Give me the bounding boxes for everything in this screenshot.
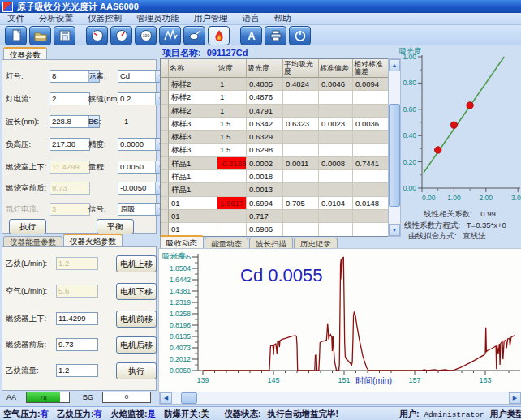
- flame-control-button[interactable]: [208, 26, 230, 45]
- row-selector-cell[interactable]: [161, 91, 169, 104]
- table-cell: 0.4791: [247, 105, 283, 118]
- row-selector-cell[interactable]: [161, 183, 169, 196]
- param-field-0-right[interactable]: Cd▼: [118, 70, 166, 83]
- menu-item-2[interactable]: 仪器控制: [80, 13, 129, 24]
- instrument-param-row-4: 燃烧室上下:11.4299量程:0.0050▼: [2, 161, 156, 175]
- new-file-button[interactable]: [5, 26, 27, 45]
- table-cell: [217, 183, 247, 196]
- scroll-right-arrow-icon[interactable]: ▶: [509, 392, 521, 404]
- table-row[interactable]: 标样210.4876: [161, 91, 389, 104]
- svg-text:145: 145: [267, 376, 279, 384]
- svg-text:0.80: 0.80: [403, 79, 416, 87]
- table-cell: 0.0008: [319, 157, 353, 170]
- param-field-4-right[interactable]: 0.0050▼: [118, 161, 166, 174]
- balance-button[interactable]: 平衡: [97, 219, 134, 234]
- row-selector-cell[interactable]: [161, 131, 169, 144]
- svg-text:0.6135: 0.6135: [170, 332, 191, 341]
- table-row[interactable]: 标样210.48050.48240.00460.0094: [161, 78, 389, 91]
- flame-motor-button-2[interactable]: 电机前移: [116, 311, 157, 328]
- flame-param-value-2[interactable]: 11.4299: [56, 312, 98, 325]
- param-field-3-right[interactable]: 0.0000▼: [118, 138, 166, 151]
- menu-item-1[interactable]: 分析设置: [32, 13, 80, 24]
- status-item-0: 空气压力:有: [3, 409, 49, 418]
- menu-item-6[interactable]: 帮助: [267, 13, 299, 24]
- table-cell: [319, 131, 353, 144]
- table-cell: 标样3: [169, 131, 217, 144]
- row-selector-cell[interactable]: [161, 78, 169, 91]
- hscroll-thumb[interactable]: [181, 392, 197, 404]
- auto-adjust-button[interactable]: A: [240, 26, 262, 45]
- open-folder-button[interactable]: [29, 26, 51, 45]
- row-selector-cell[interactable]: [161, 118, 169, 131]
- flame-motor-button-3[interactable]: 电机后移: [116, 336, 157, 354]
- lamp-adjust-button[interactable]: [183, 26, 205, 45]
- power-button[interactable]: [289, 26, 311, 45]
- param-field-5-right[interactable]: -0.0050▼: [118, 182, 166, 195]
- table-row[interactable]: 标样31.50.6298: [161, 144, 389, 156]
- param-field-1-right[interactable]: 0.2▼: [118, 92, 166, 105]
- execute-button[interactable]: 执行: [9, 219, 46, 234]
- menu-item-4[interactable]: 用户管理: [187, 13, 235, 24]
- table-row[interactable]: 011.66170.69940.7050.01040.0148: [161, 197, 389, 210]
- table-cell: [283, 183, 319, 196]
- svg-text:0.2012: 0.2012: [170, 355, 191, 363]
- menu-item-3[interactable]: 管理员功能: [129, 13, 187, 24]
- table-row[interactable]: 样品10.0018: [161, 170, 389, 183]
- energy-meter-2-button[interactable]: [110, 26, 132, 45]
- table-cell: 01: [169, 197, 217, 210]
- svg-text:0.60: 0.60: [403, 105, 416, 114]
- table-row[interactable]: 标样210.4791: [161, 105, 389, 118]
- table-row[interactable]: 标样31.50.63420.63230.00230.0036: [161, 118, 389, 131]
- param-label: 燃烧室前后:: [6, 183, 50, 194]
- column-header-5[interactable]: 相对标准偏差: [353, 59, 389, 78]
- energy-meter-1-button[interactable]: [86, 26, 108, 45]
- row-selector-cell[interactable]: [161, 144, 169, 156]
- instrument-param-row-5: 燃烧室前后:9.73-0.0050▼: [2, 182, 156, 196]
- scroll-left-arrow-icon[interactable]: ◀: [160, 392, 172, 404]
- table-cell: 0.6298: [247, 144, 283, 156]
- flame-param-label: 空气(L/min):: [6, 286, 56, 297]
- printer-button[interactable]: [265, 26, 286, 45]
- svg-text:0.40: 0.40: [403, 131, 416, 139]
- svg-text:0.00: 0.00: [403, 184, 416, 192]
- column-header-0[interactable]: 名称: [169, 59, 217, 78]
- table-cell: 标样2: [169, 91, 217, 104]
- energy-meter-100-button[interactable]: 100: [135, 26, 157, 45]
- menu-item-5[interactable]: 语言: [235, 13, 267, 24]
- flame-motor-button-4[interactable]: 执行: [116, 362, 157, 379]
- param-label: 精度:: [88, 139, 118, 150]
- row-selector-cell[interactable]: [161, 157, 169, 170]
- table-row[interactable]: 样品10.0013: [161, 183, 389, 196]
- table-cell: 0.4805: [247, 78, 283, 91]
- dynamic-hscrollbar[interactable]: ◀ ▶: [159, 392, 521, 405]
- table-row[interactable]: 标样31.50.6329: [161, 131, 389, 144]
- row-selector-cell[interactable]: [161, 105, 169, 118]
- save-button[interactable]: [54, 26, 75, 45]
- column-header-1[interactable]: 浓度: [217, 59, 247, 78]
- column-header-4[interactable]: 标准偏差: [319, 59, 353, 78]
- table-cell: 0.717: [247, 210, 283, 223]
- flame-motor-button-0[interactable]: 电机上移: [116, 255, 157, 272]
- table-cell: 标样3: [169, 118, 217, 131]
- wavelength-scan-button[interactable]: [159, 26, 181, 45]
- row-selector-cell[interactable]: [161, 197, 169, 210]
- table-cell: 0.0023: [319, 118, 353, 131]
- table-row[interactable]: 样品1-0.31680.00020.00110.00080.7441: [161, 157, 389, 170]
- row-selector-cell[interactable]: [161, 210, 169, 223]
- menu-item-0[interactable]: 文件: [0, 13, 32, 24]
- flame-param-value-3[interactable]: 9.73: [56, 338, 98, 351]
- table-cell: [217, 170, 247, 183]
- bg-label: BG: [83, 393, 93, 401]
- table-cell: 1.5: [217, 144, 247, 156]
- svg-text:0.20: 0.20: [403, 158, 416, 166]
- param-field-6-right[interactable]: 原吸▼: [118, 203, 166, 216]
- column-header-3[interactable]: 平均吸光度: [283, 59, 319, 78]
- row-selector-cell[interactable]: [161, 170, 169, 183]
- table-cell: [283, 170, 319, 183]
- param-field-3-left[interactable]: 217.38: [50, 138, 90, 151]
- param-field-1-left[interactable]: 2: [50, 92, 90, 105]
- table-row[interactable]: 010.717: [161, 210, 389, 223]
- column-header-2[interactable]: 吸光度: [247, 59, 283, 78]
- flame-param-value-4[interactable]: 1.2: [56, 364, 98, 377]
- flame-motor-button-1[interactable]: 电机下移: [116, 283, 157, 300]
